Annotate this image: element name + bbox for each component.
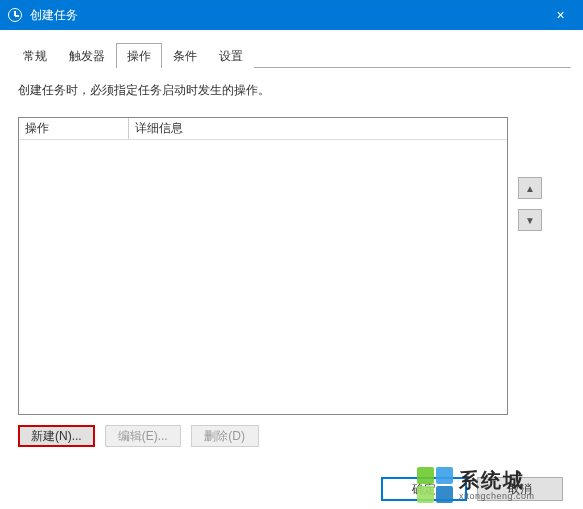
button-label: 确定 [412,481,436,498]
dialog-footer: 确定 取消 [381,477,583,501]
clock-icon [8,8,22,22]
close-button[interactable]: × [538,0,583,30]
reorder-buttons: ▲ ▼ [518,177,542,231]
chevron-up-icon: ▲ [525,183,535,194]
tab-label: 常规 [23,49,47,63]
tab-actions[interactable]: 操作 [116,43,162,68]
tab-conditions[interactable]: 条件 [162,43,208,68]
tab-label: 触发器 [69,49,105,63]
edit-button: 编辑(E)... [105,425,181,447]
button-label: 编辑(E)... [118,428,168,445]
main-area: 操作 详细信息 ▲ ▼ [18,117,565,415]
tab-general[interactable]: 常规 [12,43,58,68]
content-area: 创建任务时，必须指定任务启动时发生的操作。 操作 详细信息 ▲ ▼ [0,68,583,415]
column-action[interactable]: 操作 [19,118,129,139]
window-title: 创建任务 [30,7,78,24]
cancel-button[interactable]: 取消 [477,477,563,501]
move-up-button[interactable]: ▲ [518,177,542,199]
tab-label: 设置 [219,49,243,63]
button-label: 取消 [508,481,532,498]
delete-button: 删除(D) [191,425,259,447]
tab-settings[interactable]: 设置 [208,43,254,68]
button-label: 新建(N)... [31,428,82,445]
titlebar: 创建任务 × [0,0,583,30]
move-down-button[interactable]: ▼ [518,209,542,231]
tab-label: 条件 [173,49,197,63]
action-buttons-row: 新建(N)... 编辑(E)... 删除(D) [0,425,583,447]
chevron-down-icon: ▼ [525,215,535,226]
button-label: 删除(D) [204,428,245,445]
ok-button[interactable]: 确定 [381,477,467,501]
new-button[interactable]: 新建(N)... [18,425,95,447]
tab-label: 操作 [127,49,151,63]
column-details[interactable]: 详细信息 [129,118,507,139]
list-header: 操作 详细信息 [19,118,507,140]
tab-strip: 常规 触发器 操作 条件 设置 [12,42,571,68]
description-text: 创建任务时，必须指定任务启动时发生的操作。 [18,82,565,99]
tab-triggers[interactable]: 触发器 [58,43,116,68]
close-icon: × [556,7,564,23]
actions-list[interactable]: 操作 详细信息 [18,117,508,415]
